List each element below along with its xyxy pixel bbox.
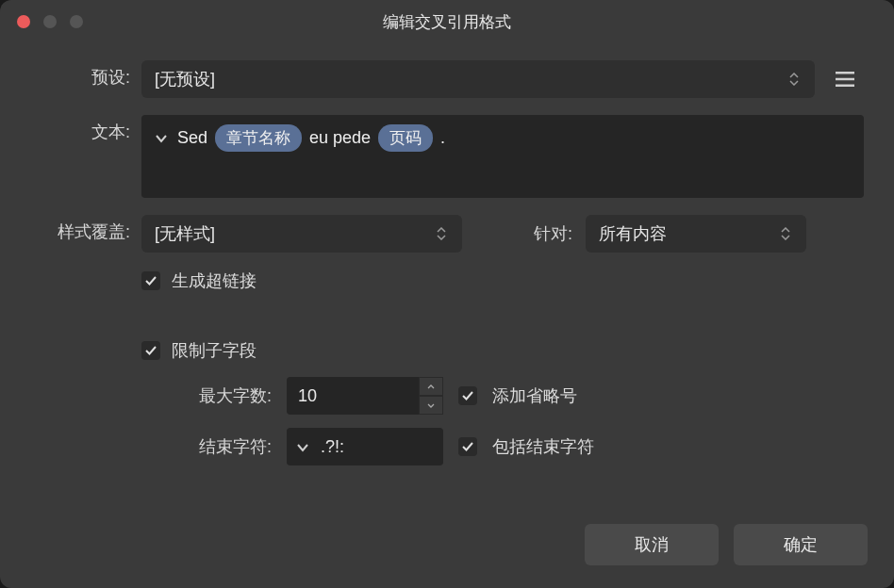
target-select[interactable]: 所有内容 <box>586 215 806 253</box>
style-override-value: [无样式] <box>155 222 434 245</box>
svg-rect-1 <box>836 78 854 81</box>
check-icon <box>144 345 157 356</box>
target-value: 所有内容 <box>599 222 778 245</box>
text-label: 文本: <box>30 115 141 143</box>
maximize-window-button[interactable] <box>70 15 83 28</box>
edit-crossref-dialog: 编辑交叉引用格式 预设: [无预设] <box>0 0 894 588</box>
end-chars-label: 结束字符: <box>183 435 272 458</box>
hyperlink-checkbox-label: 生成超链接 <box>172 270 257 292</box>
target-label: 针对: <box>534 222 572 245</box>
insert-token-button[interactable] <box>155 124 168 148</box>
end-chars-dropdown[interactable] <box>296 437 309 457</box>
max-chars-spinner <box>287 377 443 415</box>
max-chars-step-up[interactable] <box>419 377 443 396</box>
style-override-select[interactable]: [无样式] <box>141 215 462 253</box>
chevron-up-icon <box>427 384 435 389</box>
hyperlink-checkbox[interactable] <box>141 271 160 290</box>
include-end-chars-checkbox[interactable] <box>458 437 477 456</box>
add-ellipsis-label: 添加省略号 <box>492 384 577 407</box>
chevron-down-icon <box>155 134 168 143</box>
format-text-field[interactable]: Sed 章节名称 eu pede 页码 . <box>141 115 864 198</box>
end-chars-value: .?!: <box>321 437 344 457</box>
ok-button[interactable]: 确定 <box>734 524 868 565</box>
token-page-number[interactable]: 页码 <box>378 124 433 152</box>
text-part: . <box>440 128 445 148</box>
window-title: 编辑交叉引用格式 <box>17 11 877 33</box>
window-controls <box>17 15 83 28</box>
chevron-down-icon <box>427 403 435 408</box>
cancel-button[interactable]: 取消 <box>585 524 719 565</box>
dialog-content: 预设: [无预设] <box>0 43 894 507</box>
svg-rect-2 <box>836 85 854 88</box>
text-part: Sed <box>177 128 207 148</box>
text-part: eu pede <box>309 128 371 148</box>
svg-rect-0 <box>836 72 854 74</box>
preset-menu-button[interactable] <box>826 60 864 98</box>
check-icon <box>144 275 157 286</box>
preset-value: [无预设] <box>155 68 786 90</box>
format-text-content: Sed 章节名称 eu pede 页码 . <box>177 124 445 152</box>
limit-subfields-checkbox-label: 限制子字段 <box>172 339 257 362</box>
preset-select[interactable]: [无预设] <box>141 60 815 98</box>
check-icon <box>461 441 474 452</box>
max-chars-input[interactable] <box>287 377 419 415</box>
max-chars-label: 最大字数: <box>183 384 272 407</box>
limit-subfields-checkbox[interactable] <box>141 341 160 360</box>
token-chapter-name[interactable]: 章节名称 <box>215 124 302 152</box>
titlebar: 编辑交叉引用格式 <box>0 0 894 43</box>
dialog-footer: 取消 确定 <box>0 507 894 588</box>
add-ellipsis-checkbox[interactable] <box>458 386 477 405</box>
preset-label: 预设: <box>30 60 141 89</box>
minimize-window-button[interactable] <box>43 15 57 28</box>
max-chars-step-down[interactable] <box>419 396 443 415</box>
updown-icon <box>786 73 802 86</box>
close-window-button[interactable] <box>17 15 30 28</box>
style-override-label: 样式覆盖: <box>30 215 141 243</box>
check-icon <box>461 390 474 401</box>
chevron-down-icon <box>296 443 309 452</box>
updown-icon <box>434 227 449 240</box>
hamburger-icon <box>836 72 854 87</box>
updown-icon <box>778 227 793 240</box>
end-chars-field[interactable]: .?!: <box>287 428 443 466</box>
include-end-chars-label: 包括结束字符 <box>492 435 594 458</box>
